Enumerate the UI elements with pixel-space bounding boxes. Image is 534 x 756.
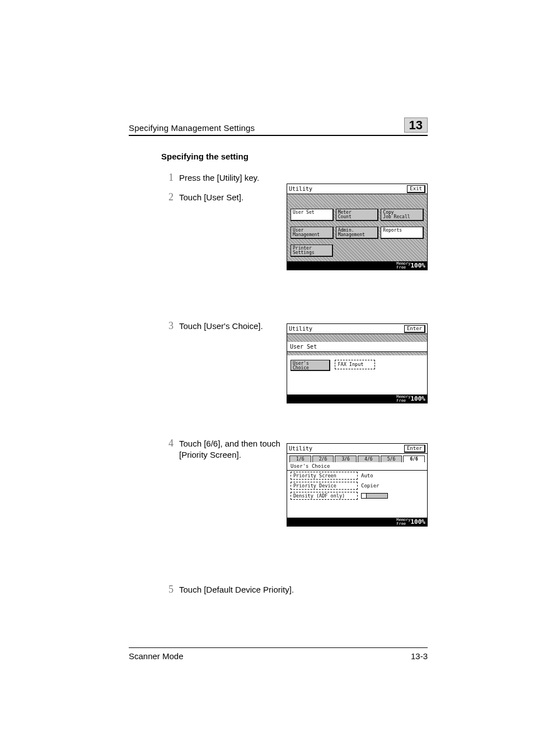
hatch-strip (287, 334, 427, 342)
step-number: 5 (161, 584, 174, 595)
step-number: 4 (161, 438, 174, 449)
enter-button[interactable]: Enter (404, 445, 425, 453)
section-heading: Specifying the setting (161, 152, 428, 161)
tab-5-6[interactable]: 5/6 (381, 456, 402, 462)
memory-free-footer: Memory Free100% (287, 261, 427, 270)
step-text: Touch [User's Choice]. (179, 321, 297, 332)
admin-management-button[interactable]: Admin. Management (336, 227, 379, 239)
copy-job-recall-button[interactable]: Copy Job Recall (381, 209, 424, 221)
density-adf-button[interactable]: Density (ADF only) (291, 492, 358, 500)
step-5: 5 Touch [Default Device Priority]. (161, 584, 428, 595)
users-choice-screenshot: Utility Enter 1/6 2/6 3/6 4/6 5/6 6/6 Us… (287, 443, 428, 527)
density-indicator (361, 493, 388, 499)
priority-screen-value: Auto (361, 473, 373, 478)
step-number: 2 (161, 192, 174, 203)
reports-button[interactable]: Reports (381, 227, 424, 239)
breadcrumb-user-set: User Set (287, 342, 427, 352)
user-set-button[interactable]: User Set (291, 209, 334, 221)
chapter-number-box: 13 (404, 118, 428, 133)
tab-1-6[interactable]: 1/6 (289, 456, 311, 462)
memory-free-footer: Memory Free100% (287, 518, 427, 526)
header-section-title: Specifying Management Settings (129, 123, 255, 133)
step-text: Touch [Default Device Priority]. (179, 584, 403, 595)
step-text: Touch [6/6], and then touch [Priority Sc… (179, 438, 297, 461)
memory-free-footer: Memory Free100% (287, 395, 427, 403)
page-footer: Scanner Mode 13-3 (129, 647, 428, 661)
tab-4-6[interactable]: 4/6 (358, 456, 380, 462)
priority-screen-button[interactable]: Priority Screen (291, 472, 358, 480)
tab-6-6[interactable]: 6/6 (403, 456, 425, 462)
page-tabs: 1/6 2/6 3/6 4/6 5/6 6/6 (287, 454, 427, 462)
step-text: Touch [User Set]. (179, 192, 297, 203)
user-management-button[interactable]: User Management (291, 227, 334, 239)
users-choice-button[interactable]: User's Choice (291, 360, 330, 371)
enter-button[interactable]: Enter (404, 325, 425, 333)
tab-3-6[interactable]: 3/6 (335, 456, 357, 462)
footer-mode: Scanner Mode (129, 651, 184, 661)
utility-main-screenshot: Utility Exit User Set Meter Count Copy J… (287, 184, 428, 270)
footer-page-number: 13-3 (411, 651, 428, 661)
exit-button[interactable]: Exit (407, 185, 425, 193)
screen-title: Utility (289, 326, 312, 332)
breadcrumb-users-choice: User's Choice (287, 462, 427, 471)
page-header: Specifying Management Settings 13 (129, 118, 428, 136)
hatch-strip (287, 194, 427, 204)
screen-title: Utility (289, 445, 312, 452)
priority-device-button[interactable]: Priority Device (291, 482, 358, 490)
step-number: 1 (161, 172, 174, 184)
priority-device-value: Copier (361, 483, 380, 489)
step-number: 3 (161, 321, 174, 332)
screen-title: Utility (289, 186, 312, 192)
step-1: 1 Press the [Utility] key. (161, 172, 428, 184)
fax-input-button[interactable]: FAX Input (335, 360, 374, 369)
step-text: Press the [Utility] key. (179, 172, 403, 184)
printer-settings-button[interactable]: Printer Settings (291, 245, 333, 257)
tab-2-6[interactable]: 2/6 (312, 456, 334, 462)
meter-count-button[interactable]: Meter Count (336, 209, 379, 221)
user-set-screenshot: Utility Enter User Set User's Choice FAX… (287, 323, 428, 403)
